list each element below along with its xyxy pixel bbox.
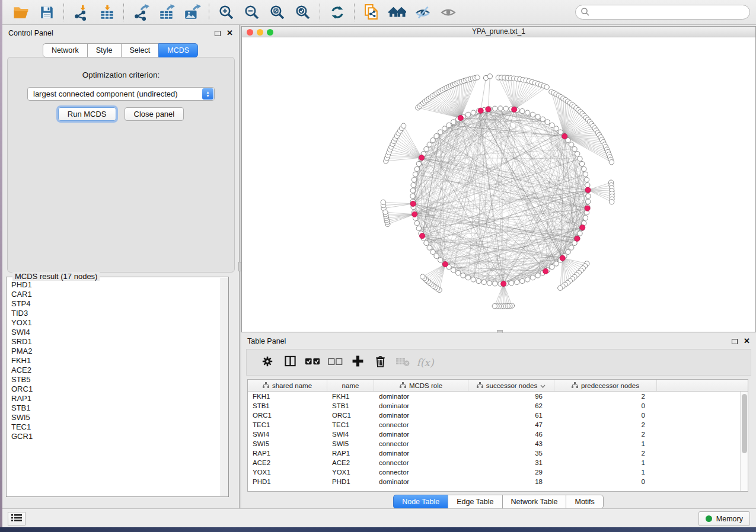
- result-list-scrollbar[interactable]: [221, 278, 228, 496]
- close-panel-button[interactable]: Close panel: [125, 107, 184, 121]
- close-window-icon[interactable]: ✕: [227, 30, 233, 36]
- minimize-traffic-light-icon[interactable]: [257, 29, 263, 36]
- list-item[interactable]: STB5: [11, 375, 220, 384]
- list-item[interactable]: ORC1: [11, 384, 220, 394]
- tab-select[interactable]: Select: [121, 43, 160, 57]
- list-item[interactable]: FKH1: [11, 356, 220, 366]
- network-window: YPA_prune.txt_1: [241, 26, 756, 332]
- cell-name: FKH1: [327, 393, 374, 400]
- function-builder-disabled-button[interactable]: f(x): [414, 352, 436, 373]
- export-network-button[interactable]: [128, 2, 154, 23]
- list-item[interactable]: ACE2: [11, 366, 220, 375]
- list-item[interactable]: SWI5: [11, 413, 220, 422]
- zoom-fit-icon: [269, 4, 285, 20]
- list-item[interactable]: GCR1: [11, 432, 220, 441]
- table-row[interactable]: ACE2ACE2connector311: [248, 458, 740, 467]
- column-header-predecessor-nodes[interactable]: predecessor nodes: [554, 380, 657, 391]
- save-button[interactable]: [34, 2, 59, 23]
- zoom-selected-button[interactable]: [290, 2, 315, 23]
- list-item[interactable]: SRD1: [11, 337, 220, 347]
- task-history-button[interactable]: [8, 512, 25, 525]
- table-row[interactable]: RAP1RAP1dominator352: [248, 448, 740, 458]
- zoom-fit-button[interactable]: [264, 2, 290, 23]
- table-row[interactable]: SWI5SWI5connector431: [248, 439, 740, 448]
- tab-edge-table[interactable]: Edge Table: [448, 495, 502, 509]
- add-plus-button[interactable]: [346, 352, 369, 373]
- list-item[interactable]: STB1: [11, 403, 220, 413]
- zoom-out-button[interactable]: [239, 2, 264, 23]
- cell-mcds-role: dominator: [374, 393, 468, 400]
- tab-style[interactable]: Style: [87, 43, 122, 57]
- list-item[interactable]: TEC1: [11, 422, 220, 432]
- copy-document-button[interactable]: [359, 2, 384, 23]
- deselect-all-icon: [328, 357, 343, 368]
- tab-mcds[interactable]: MCDS: [158, 43, 198, 57]
- memory-button[interactable]: Memory: [698, 511, 750, 526]
- column-header-MCDS-role[interactable]: MCDS role: [374, 380, 468, 391]
- cell-shared-name: SWI5: [248, 440, 327, 447]
- export-image-button[interactable]: [179, 2, 205, 23]
- delete-table-disabled-button[interactable]: [391, 352, 414, 373]
- refresh-button[interactable]: [324, 2, 350, 23]
- maximize-traffic-light-icon[interactable]: [267, 29, 273, 36]
- table-float-window-icon[interactable]: [732, 339, 738, 344]
- import-network-button[interactable]: [68, 2, 94, 23]
- list-item[interactable]: PHD1: [11, 280, 220, 290]
- table-close-window-icon[interactable]: ✕: [744, 338, 750, 344]
- float-window-icon[interactable]: [215, 31, 221, 36]
- table-row[interactable]: STB1STB1dominator620: [248, 401, 740, 411]
- tab-motifs[interactable]: Motifs: [566, 495, 603, 509]
- list-item[interactable]: STP4: [11, 299, 220, 309]
- zoom-in-button[interactable]: [213, 2, 239, 23]
- zoom-selected-icon: [295, 4, 311, 20]
- network-canvas[interactable]: [242, 37, 755, 332]
- table-row[interactable]: ORC1ORC1dominator610: [248, 411, 740, 420]
- tab-network[interactable]: Network: [43, 43, 88, 57]
- close-traffic-light-icon[interactable]: [247, 29, 253, 36]
- cell-mcds-role: dominator: [374, 431, 468, 438]
- eye-button[interactable]: [435, 2, 461, 23]
- split-column-button[interactable]: [279, 352, 301, 373]
- tab-node-table[interactable]: Node Table: [393, 495, 448, 509]
- list-item[interactable]: SWI4: [11, 328, 220, 337]
- column-header-successor-nodes[interactable]: successor nodes: [468, 380, 554, 391]
- search-container: [575, 5, 750, 20]
- eye-slash-button[interactable]: [410, 2, 435, 23]
- table-scrollbar[interactable]: [740, 392, 748, 491]
- cell-successor-nodes: 31: [468, 459, 554, 466]
- select-all-button[interactable]: [301, 352, 324, 373]
- cell-predecessor-nodes: 1: [554, 459, 657, 466]
- cell-mcds-role: connector: [374, 469, 468, 476]
- houses-button[interactable]: [384, 2, 410, 23]
- settings-gear-button[interactable]: [256, 352, 279, 373]
- column-header-shared-name[interactable]: shared name: [248, 380, 327, 391]
- network-graph[interactable]: [242, 37, 755, 332]
- table-row[interactable]: SWI4SWI4dominator462: [248, 430, 740, 439]
- criterion-dropdown[interactable]: largest connected component (undirected)…: [27, 87, 215, 101]
- list-item[interactable]: YOX1: [11, 318, 220, 328]
- export-table-button[interactable]: [154, 2, 179, 23]
- run-mcds-button[interactable]: Run MCDS: [58, 107, 116, 121]
- table-row[interactable]: YOX1YOX1connector291: [248, 467, 740, 477]
- network-titlebar: YPA_prune.txt_1: [242, 27, 755, 37]
- list-item[interactable]: CAR1: [11, 290, 220, 299]
- list-item[interactable]: RAP1: [11, 394, 220, 403]
- main-toolbar: [2, 0, 756, 25]
- sort-desc-icon: [540, 382, 546, 389]
- cell-predecessor-nodes: 1: [554, 440, 657, 447]
- table-row[interactable]: PHD1PHD1dominator180: [248, 477, 740, 486]
- import-table-button[interactable]: [94, 2, 119, 23]
- deselect-all-button[interactable]: [324, 352, 346, 373]
- delete-trash-button[interactable]: [369, 352, 391, 373]
- tab-network-table[interactable]: Network Table: [502, 495, 567, 509]
- cell-mcds-role: connector: [374, 459, 468, 466]
- search-input[interactable]: [575, 5, 750, 20]
- list-item[interactable]: TID3: [11, 309, 220, 318]
- open-folder-button[interactable]: [8, 2, 34, 23]
- table-row[interactable]: FKH1FKH1dominator962: [248, 392, 740, 401]
- list-item[interactable]: PMA2: [11, 347, 220, 356]
- column-header-name[interactable]: name: [327, 380, 374, 391]
- tree-icon: [400, 382, 406, 389]
- table-row[interactable]: TEC1TEC1connector472: [248, 420, 740, 430]
- table-scrollbar-thumb[interactable]: [742, 394, 747, 453]
